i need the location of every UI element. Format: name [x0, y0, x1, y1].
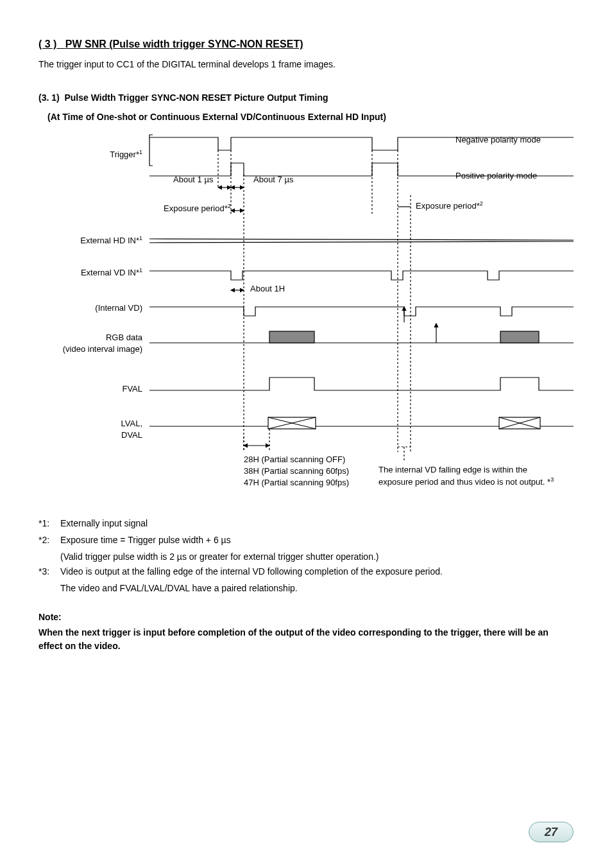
footnote-1-text: Externally input signal	[60, 516, 574, 532]
section-title: ( 3 ) PW SNR (Pulse width trigger SYNC-N…	[38, 39, 574, 50]
footnote-1: *1: Externally input signal	[38, 516, 574, 532]
subsection-title: (3. 1) Pulse Width Trigger SYNC-NON RESE…	[38, 92, 574, 103]
diagram-svg	[38, 131, 574, 503]
section-title-text: PW SNR (Pulse width trigger SYNC-NON RES…	[65, 39, 303, 49]
footnote-2-tag: *2:	[38, 533, 60, 548]
svg-line-11	[149, 241, 574, 243]
footnote-3-tag: *3:	[38, 564, 60, 580]
note-heading: Note:	[38, 612, 574, 622]
footnote-3-text-b: The video and FVAL/LVAL/DVAL have a pair…	[60, 581, 574, 596]
subsection-subtitle: (At Time of One-shot or Continuous Exter…	[47, 112, 574, 122]
footnote-1-tag: *1:	[38, 516, 60, 532]
footnote-2-text-b: (Valid trigger pulse width is 2 µs or gr…	[60, 550, 574, 565]
timing-diagram: Trigger*1 External HD IN*1 External VD I…	[38, 131, 574, 503]
footnote-2: *2: Exposure time = Trigger pulse width …	[38, 533, 574, 548]
subsection-number: (3. 1)	[38, 92, 60, 103]
section-number: ( 3 )	[38, 39, 56, 49]
subsection-title-text: Pulse Width Trigger SYNC-NON RESET Pictu…	[64, 92, 328, 103]
footnote-3-text-a: Video is output at the falling edge of t…	[60, 564, 574, 580]
page-number: 27	[529, 822, 574, 842]
svg-rect-15	[269, 331, 314, 343]
svg-rect-16	[500, 331, 539, 343]
footnote-2-text-a: Exposure time = Trigger pulse width + 6 …	[60, 533, 574, 548]
note-body: When the next trigger is input before co…	[38, 626, 574, 653]
footnotes: *1: Externally input signal *2: Exposure…	[38, 516, 574, 596]
svg-line-10	[149, 239, 574, 240]
section-intro: The trigger input to CC1 of the DIGITAL …	[38, 59, 574, 69]
footnote-3: *3: Video is output at the falling edge …	[38, 564, 574, 580]
